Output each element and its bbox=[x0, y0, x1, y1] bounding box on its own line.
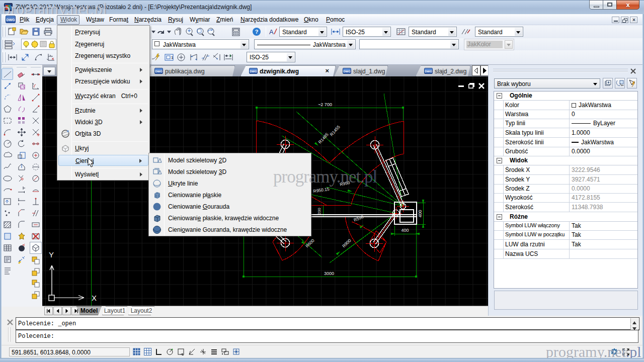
svg-text:3000: 3000 bbox=[324, 271, 334, 276]
svg-text:1: 1 bbox=[171, 55, 174, 60]
svg-text:200: 200 bbox=[317, 208, 321, 215]
svg-text:X: X bbox=[92, 294, 97, 302]
svg-text:Y: Y bbox=[49, 250, 54, 259]
svg-text:~2 700: ~2 700 bbox=[318, 102, 332, 107]
svg-text:400: 400 bbox=[401, 228, 409, 233]
svg-text:400: 400 bbox=[418, 210, 423, 217]
svg-text:A: A bbox=[269, 28, 274, 36]
svg-text:?: ? bbox=[255, 29, 259, 35]
